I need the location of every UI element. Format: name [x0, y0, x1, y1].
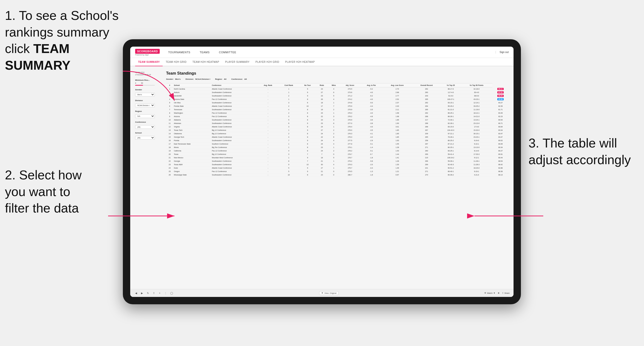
- tab-team-h2h-heatmap[interactable]: TEAM H2H HEATMAP: [190, 58, 222, 66]
- filter-region-select[interactable]: N/A: [135, 114, 155, 118]
- col-overall: Overall Record: [412, 83, 441, 87]
- table-row: 7 Tennessee Southeastern Conference - 4 …: [166, 108, 508, 111]
- toolbar-clock-icon[interactable]: ◯: [170, 291, 174, 295]
- filter-division-select[interactable]: NCAA Division I: [135, 104, 155, 107]
- instruction-2-text: 2. Select how you want to filter the dat…: [5, 168, 82, 215]
- table-filter-gender: Gender: Men's: [166, 78, 180, 80]
- instruction-2: 2. Select how you want to filter the dat…: [5, 167, 110, 217]
- sign-out-button[interactable]: Sign out: [496, 51, 508, 53]
- col-no-tour: No Tour: [299, 83, 316, 87]
- table-filter-region: Region: All: [215, 78, 226, 80]
- filter-gender-select[interactable]: Men's: [135, 93, 155, 96]
- col-rnds: Rnds: [316, 83, 328, 87]
- table-row: 24 Duke Atlantic Coast Conference - 5 9 …: [166, 166, 508, 170]
- col-avg-rank: Avg. Rank: [258, 83, 278, 87]
- filter-division-label: Division: [135, 99, 162, 102]
- standings-table: # School Conference Avg. Rank Conf Rank …: [166, 83, 508, 177]
- update-time: Update time: 27/03/2024 16:56:26: [135, 71, 162, 76]
- table-row: 26 Mississippi State Southeastern Confer…: [166, 173, 508, 177]
- tab-player-h2h-heatmap[interactable]: PLAYER H2H HEATMAP: [282, 58, 318, 66]
- toolbar-back-icon[interactable]: ◀: [134, 291, 138, 295]
- nav-tournaments[interactable]: TOURNAMENTS: [167, 47, 191, 58]
- col-points: Vs Top 50 Points: [461, 83, 492, 87]
- filter-gender-label: Gender: [135, 89, 162, 91]
- table-row: 17 East Tennessee State Southern Confere…: [166, 142, 508, 146]
- tab-player-summary[interactable]: PLAYER SUMMARY: [222, 58, 252, 66]
- eye-icon: 👁: [322, 292, 323, 294]
- tablet-device: SCOREBOARD Powered by clipp! TOURNAMENTS…: [123, 39, 521, 304]
- table-row: 11 Arkansas Southeastern Conference - 6 …: [166, 122, 508, 125]
- filter-school: School (All): [135, 132, 162, 140]
- watch-label: Watch: [487, 292, 492, 294]
- nav-items: TOURNAMENTS TEAMS COMMITTEE: [167, 47, 496, 58]
- table-row: 3 Vanderbilt Southeastern Conference - 2…: [166, 94, 508, 98]
- view-original-label: View: Original: [324, 292, 336, 294]
- toolbar-add-icon[interactable]: +: [158, 291, 162, 295]
- table-row: 14 Oklahoma Big 12 Conference - 2 8 24 2…: [166, 132, 508, 136]
- watch-icon: 👁: [484, 292, 486, 294]
- instruction-1: 1. To see a School's rankings summary cl…: [5, 7, 123, 74]
- filter-minimum-rounds-label: Minimum Rou...: [135, 79, 162, 81]
- table-row: 9 Arizona Pac-12 Conference - 3 8 22 3 2…: [166, 115, 508, 118]
- table-row: 1 North Carolina Atlantic Coast Conferen…: [166, 87, 508, 91]
- toolbar-grid-icon[interactable]: ⋮: [164, 291, 168, 295]
- table-filters-row: Gender: Men's Division: NCAA Division I …: [166, 78, 508, 80]
- table-row: 18 Illinois Big Ten Conference - 1 8 23 …: [166, 146, 508, 149]
- table-row: 8 Washington Pac-12 Conference - 2 8 23 …: [166, 111, 508, 115]
- table-filter-conference: Conference: All: [231, 78, 247, 80]
- table-row: 19 California Pac-12 Conference - 4 8 24…: [166, 149, 508, 153]
- tab-team-summary[interactable]: TEAM SUMMARY: [135, 58, 163, 66]
- watch-chevron: ▼: [494, 292, 495, 294]
- table-row: 23 Texas A&M Southeastern Conference - 9…: [166, 163, 508, 166]
- table-header-row: # School Conference Avg. Rank Conf Rank …: [166, 83, 508, 87]
- table-row: 22 Georgia Southeastern Conference - 8 7…: [166, 160, 508, 163]
- filter-school-select[interactable]: (All): [135, 136, 155, 140]
- filter-conference-select[interactable]: (All): [135, 125, 155, 129]
- main-content: Update time: 27/03/2024 16:56:26 Minimum…: [130, 66, 514, 289]
- table-row: 2 Auburn Southeastern Conference - 1 9 2…: [166, 91, 508, 94]
- toolbar-reload-icon[interactable]: ↻: [146, 291, 150, 295]
- filter-min-val1: 4: [135, 82, 140, 84]
- table-row: 12 Virginia Atlantic Coast Conference - …: [166, 125, 508, 129]
- share-label: Share: [504, 292, 510, 294]
- nav-committee[interactable]: COMMITTEE: [218, 47, 237, 58]
- logo-area: SCOREBOARD Powered by clipp!: [135, 49, 160, 56]
- table-title: Team Standings: [166, 71, 508, 76]
- tab-player-h2h-grid[interactable]: PLAYER H2H GRID: [252, 58, 282, 66]
- toolbar-center: 👁 View: Original: [319, 291, 338, 295]
- col-avg-par: Avg. to Par: [360, 83, 382, 87]
- content-area: Update time: 27/03/2024 16:56:26 Minimum…: [130, 66, 514, 289]
- filter-conference: Conference (All): [135, 121, 162, 129]
- filter-division: Division NCAA Division I: [135, 99, 162, 107]
- sub-nav: TEAM SUMMARY TEAM H2H GRID TEAM H2H HEAT…: [130, 58, 514, 66]
- col-vs25: Vs Top 25: [441, 83, 461, 87]
- nav-teams[interactable]: TEAMS: [199, 47, 210, 58]
- col-adj-score: Adj. Score: [340, 83, 360, 87]
- col-rank: #: [166, 83, 173, 87]
- table-filter-division: Division: NCAA Division I: [186, 78, 210, 80]
- toolbar-share-icon[interactable]: ⇧: [152, 291, 156, 295]
- toolbar-left: ◀ ▶ ↻ ⇧ + ⋮ ◯: [134, 291, 174, 295]
- tab-team-h2h-grid[interactable]: TEAM H2H GRID: [163, 58, 190, 66]
- table-area: Team Standings Gender: Men's Division: N…: [166, 71, 508, 177]
- table-row: 4 Arizona State Pac-12 Conference - 1 8 …: [166, 98, 508, 101]
- logo-sub: Powered by clipp!: [135, 54, 160, 56]
- watch-button[interactable]: 👁 Watch ▼: [484, 292, 495, 294]
- col-wins: Wins: [328, 83, 340, 87]
- view-original-button[interactable]: 👁 View: Original: [319, 291, 338, 295]
- filter-slider-track: [135, 85, 155, 86]
- filter-school-label: School: [135, 132, 162, 134]
- toolbar-forward-icon[interactable]: ▶: [140, 291, 144, 295]
- nav-bar: SCOREBOARD Powered by clipp! TOURNAMENTS…: [130, 47, 514, 58]
- share-button[interactable]: ⇧ Share: [502, 292, 510, 294]
- toolbar-expand-button[interactable]: ✥: [498, 292, 500, 294]
- table-row: 25 Oregon Pac-12 Conference - 5 9 21 0 2…: [166, 170, 508, 173]
- instruction-3-text: 3. The table will adjust accordingly: [528, 136, 631, 167]
- filter-gender: Gender Men's: [135, 89, 162, 96]
- table-row: 20 Texas Big 12 Conference - 3 7 7 0 278…: [166, 153, 508, 156]
- filter-minimum-rounds-row: 4 30: [135, 82, 162, 84]
- filter-conference-label: Conference: [135, 121, 162, 123]
- share-icon: ⇧: [502, 292, 504, 294]
- table-row: 15 Georgia Tech Atlantic Coast Conferenc…: [166, 136, 508, 139]
- filters-panel: Update time: 27/03/2024 16:56:26 Minimum…: [135, 71, 162, 177]
